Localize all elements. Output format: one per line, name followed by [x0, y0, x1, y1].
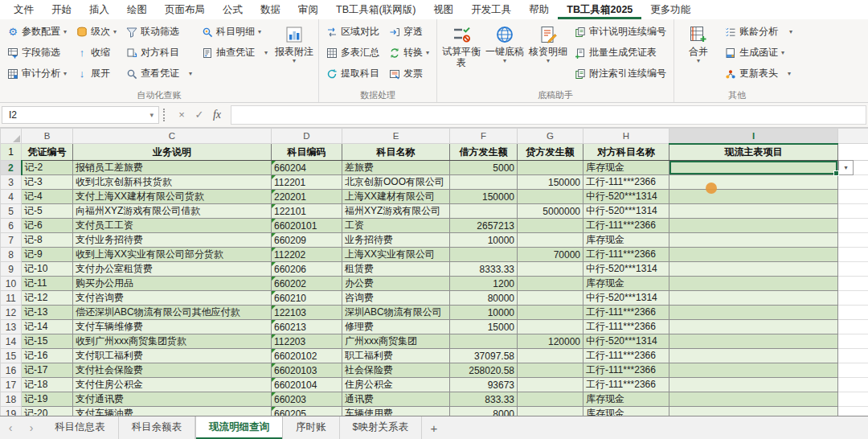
cell-debit[interactable]: 258020.58: [450, 363, 518, 378]
cell-desc[interactable]: 支付业务招待费: [73, 233, 272, 248]
cell-opposite-account[interactable]: 工行-111***2366: [583, 306, 669, 320]
note-index-numbering-button[interactable]: 附注索引连续编号: [571, 64, 669, 84]
cell-debit[interactable]: 833.33: [450, 392, 518, 407]
drill-through-button[interactable]: 穿透: [386, 22, 432, 42]
prev-sheet-button[interactable]: ‹: [0, 416, 21, 439]
cell-cashflow-item[interactable]: ▾: [669, 161, 838, 175]
formula-input[interactable]: [231, 105, 866, 125]
cell-name[interactable]: 福州XYZ游戏有限公司: [342, 204, 450, 219]
cell-credit[interactable]: [518, 262, 583, 277]
audit-analysis-button[interactable]: 审计分析 ▾: [4, 64, 70, 84]
tab-tb-toolbox-2025[interactable]: TB工具箱2025: [558, 0, 641, 19]
row-header[interactable]: 17: [1, 378, 22, 392]
cell-voucher[interactable]: 记-6: [22, 219, 73, 233]
tab-page-layout[interactable]: 页面布局: [156, 0, 214, 19]
cell-opposite-account[interactable]: 库存现金: [583, 161, 669, 175]
cell-credit[interactable]: [518, 320, 583, 334]
row-header[interactable]: 16: [1, 363, 22, 378]
cell-name[interactable]: 住房公积金: [342, 378, 450, 392]
tab-draw[interactable]: 绘图: [118, 0, 156, 19]
cell-desc[interactable]: 支付社会保险费: [73, 363, 272, 378]
cell-opposite-account[interactable]: 库存现金: [583, 277, 669, 291]
cell-name[interactable]: 深圳ABC物流有限公司: [342, 306, 450, 320]
cell-name[interactable]: 职工福利费: [342, 349, 450, 363]
header-cashflow-item[interactable]: 现流主表项目: [669, 144, 838, 161]
cell-debit[interactable]: 1200: [450, 277, 518, 291]
sheet-tab-mapping[interactable]: $映射关系表: [340, 416, 422, 439]
opposite-account-button[interactable]: 对方科目: [123, 43, 195, 63]
cell-credit[interactable]: [518, 291, 583, 306]
cell-cashflow-item[interactable]: [669, 349, 838, 363]
row-header[interactable]: 14: [1, 334, 22, 349]
row-header[interactable]: 6: [1, 219, 22, 233]
cell-desc[interactable]: 向福州XYZ游戏有限公司借款: [73, 204, 272, 219]
cell-opposite-account[interactable]: 工行-111***2366: [583, 363, 669, 378]
region-compare-button[interactable]: 区域对比: [323, 22, 383, 42]
cell-debit[interactable]: 37097.58: [450, 349, 518, 363]
cell-name[interactable]: 北京创新OOO有限公司: [342, 175, 450, 190]
cell-cashflow-item[interactable]: [669, 204, 838, 219]
tab-data[interactable]: 数据: [252, 0, 289, 19]
sheet-tab-account-info[interactable]: 科目信息表: [42, 416, 119, 439]
cell-name[interactable]: 差旅费: [342, 161, 450, 175]
view-voucher-button[interactable]: 查看凭证 ▾: [123, 64, 195, 84]
tab-developer[interactable]: 开发工具: [462, 0, 520, 19]
subject-detail-button[interactable]: 科目明细 ▾: [199, 22, 271, 42]
cell-voucher[interactable]: 记-11: [22, 277, 73, 291]
cell-desc[interactable]: 收到广州xxx商贸集团货款: [73, 334, 272, 349]
cell-debit[interactable]: 5000: [450, 161, 518, 175]
update-header-button[interactable]: 更新表头 ▾: [722, 64, 796, 84]
cell-code[interactable]: 112203: [272, 334, 342, 349]
cell-desc[interactable]: 支付咨询费: [73, 291, 272, 306]
cell-opposite-account[interactable]: 中行-520***1314: [583, 262, 669, 277]
cell-opposite-account[interactable]: 工行-111***2366: [583, 378, 669, 392]
cell-code[interactable]: 660202: [272, 277, 342, 291]
extract-subject-button[interactable]: 提取科目: [323, 64, 383, 84]
sheet-tab-account-balance[interactable]: 科目余额表: [119, 416, 196, 439]
cell-code[interactable]: 66020101: [272, 219, 342, 233]
cell-dropdown-button[interactable]: ▾: [838, 160, 854, 175]
cell-cashflow-item[interactable]: [669, 363, 838, 378]
cell-cashflow-item[interactable]: [669, 277, 838, 291]
invoice-button[interactable]: 发票: [386, 64, 432, 84]
cell-name[interactable]: 工资: [342, 219, 450, 233]
cell-debit[interactable]: [450, 175, 518, 190]
one-key-draft-button[interactable]: 一键底稿 ▾: [485, 22, 525, 64]
cell-code[interactable]: 660204: [272, 161, 342, 175]
merge-button[interactable]: 合并 ▾: [678, 22, 719, 64]
cell-cashflow-item[interactable]: [669, 334, 838, 349]
cell-debit[interactable]: 10000: [450, 233, 518, 248]
insert-function-button[interactable]: fx: [208, 106, 226, 124]
column-header-H[interactable]: H: [583, 129, 669, 144]
convert-button[interactable]: 转换 ▾: [386, 43, 432, 63]
cell-opposite-account[interactable]: 工行-111***2366: [583, 175, 669, 190]
cell-name[interactable]: 上海XX建材有限公司: [342, 190, 450, 204]
cell-credit[interactable]: [518, 219, 583, 233]
cell-name[interactable]: 业务招待费: [342, 233, 450, 248]
header-account-name[interactable]: 科目名称: [342, 144, 450, 161]
cell-debit[interactable]: 150000: [450, 190, 518, 204]
cell-desc[interactable]: 收到北京创新科技货款: [73, 175, 272, 190]
row-header[interactable]: 12: [1, 306, 22, 320]
cell-cashflow-item[interactable]: [669, 306, 838, 320]
cell-code[interactable]: 122101: [272, 204, 342, 219]
cell-cashflow-item[interactable]: [669, 233, 838, 248]
cell-debit[interactable]: [450, 248, 518, 262]
batch-voucher-button[interactable]: 批量生成凭证表: [571, 43, 669, 63]
header-debit-amount[interactable]: 借方发生额: [450, 144, 518, 161]
cell-code[interactable]: 112202: [272, 248, 342, 262]
cell-voucher[interactable]: 记-9: [22, 248, 73, 262]
cell-cashflow-item[interactable]: [669, 190, 838, 204]
cell-name[interactable]: 社会保险费: [342, 363, 450, 378]
cell-desc[interactable]: 支付通讯费: [73, 392, 272, 407]
column-header-D[interactable]: D: [272, 129, 342, 144]
next-sheet-button[interactable]: ›: [21, 416, 42, 439]
cell-credit[interactable]: [518, 190, 583, 204]
cell-desc[interactable]: 支付办公室租赁费: [73, 262, 272, 277]
header-business-desc[interactable]: 业务说明: [73, 144, 272, 161]
cell-opposite-account[interactable]: 工行-111***2366: [583, 349, 669, 363]
verify-detail-button[interactable]: 核资明细 ▾: [528, 22, 568, 64]
row-header[interactable]: 13: [1, 320, 22, 334]
row-header[interactable]: 3: [1, 175, 22, 190]
tab-home[interactable]: 开始: [43, 0, 80, 19]
